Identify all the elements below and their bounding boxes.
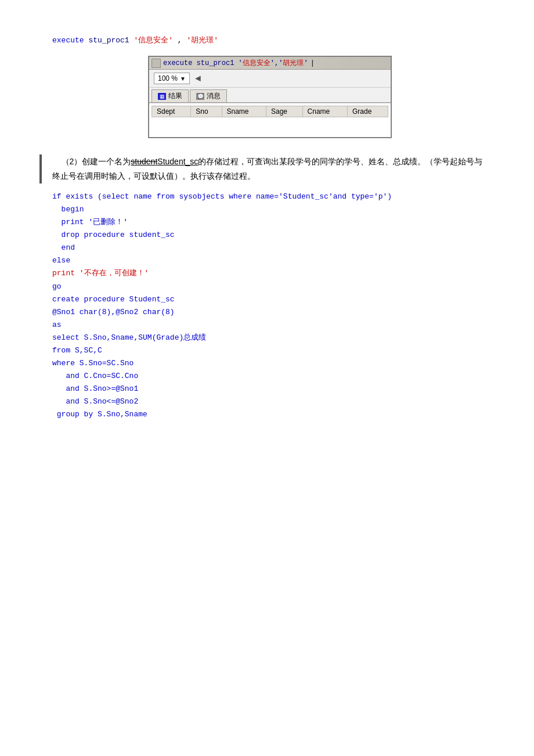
sql-results-window: execute stu_proc1 '信息安全','胡光璟' | 100 % ▼…	[148, 56, 392, 138]
tab-results[interactable]: ▦ 结果	[151, 89, 189, 102]
description-text: （2）创建一个名为studentStudent_sc的存储过程，可查询出某段学号…	[52, 154, 488, 183]
code-line-9: create procedure Student_sc	[52, 293, 488, 306]
tab-messages-label: 消息	[207, 91, 221, 101]
proc-name: stu_proc1	[88, 36, 134, 45]
code-line-13: from S,SC,C	[52, 344, 488, 357]
code-line-14: where S.Sno=SC.Sno	[52, 357, 488, 370]
code-line-16: and S.Sno>=@Sno1	[52, 383, 488, 395]
code-line-18: group by S.Sno,Sname	[52, 408, 488, 421]
code-line-3: print '已删除！'	[52, 216, 488, 229]
comma: ,	[178, 36, 182, 45]
code-line-10: @Sno1 char(8),@Sno2 char(8)	[52, 306, 488, 319]
strikethrough-text: student	[131, 157, 157, 166]
code-line-1: if exists (select name from sysobjects w…	[52, 190, 488, 203]
code-line-6: else	[52, 254, 488, 267]
window-icon	[151, 59, 161, 68]
code-line-12: select S.Sno,Sname,SUM(Grade)总成绩	[52, 332, 488, 344]
col-sage: Sage	[266, 106, 303, 117]
code-line-2: begin	[52, 203, 488, 216]
dropdown-arrow[interactable]: ▼	[180, 75, 186, 82]
col-grade: Grade	[347, 106, 388, 117]
code-line-4: drop procedure student_sc	[52, 229, 488, 242]
col-cname: Cname	[302, 106, 347, 117]
code-line-8: go	[52, 280, 488, 293]
table-header-row: Sdept Sno Sname Sage Cname Grade	[152, 106, 388, 117]
code-line-15: and C.Cno=SC.Cno	[52, 370, 488, 383]
messages-icon: 💬	[196, 93, 204, 100]
code-line-11: as	[52, 319, 488, 332]
code-line-17: and S.Sno<=@Sno2	[52, 395, 488, 408]
window-titlebar: execute stu_proc1 '信息安全','胡光璟' |	[149, 57, 391, 70]
execute-keyword: execute	[52, 36, 84, 45]
nav-arrow[interactable]: ◄	[193, 73, 203, 84]
code-section: if exists (select name from sysobjects w…	[52, 190, 488, 422]
zoom-percent[interactable]: 100 % ▼	[154, 73, 190, 84]
window-title-text: execute stu_proc1 '信息安全','胡光璟'	[163, 58, 308, 68]
results-area: Sdept Sno Sname Sage Cname Grade	[149, 103, 391, 137]
result-tabs: ▦ 结果 💬 消息	[149, 88, 391, 103]
col-sno: Sno	[191, 106, 222, 117]
code-line-7: print '不存在，可创建！'	[52, 267, 488, 280]
tab-messages[interactable]: 💬 消息	[190, 89, 227, 102]
underline-text: Student_sc	[157, 157, 198, 166]
results-table: Sdept Sno Sname Sage Cname Grade	[151, 106, 388, 135]
col-sname: Sname	[222, 106, 266, 117]
param2: '胡光璟'	[186, 36, 218, 45]
tab-results-label: 结果	[168, 91, 182, 101]
toolbar-row: 100 % ▼ ◄	[149, 70, 391, 88]
top-execute-statement: execute stu_proc1 '信息安全' , '胡光璟'	[52, 35, 488, 45]
section-left-marker	[39, 154, 42, 183]
table-row	[152, 117, 388, 135]
results-icon: ▦	[158, 93, 166, 100]
col-sdept: Sdept	[152, 106, 191, 117]
percent-value: 100 %	[158, 74, 178, 82]
param1: '信息安全'	[134, 36, 173, 45]
code-line-5: end	[52, 242, 488, 254]
description-section: （2）创建一个名为studentStudent_sc的存储过程，可查询出某段学号…	[52, 154, 488, 183]
